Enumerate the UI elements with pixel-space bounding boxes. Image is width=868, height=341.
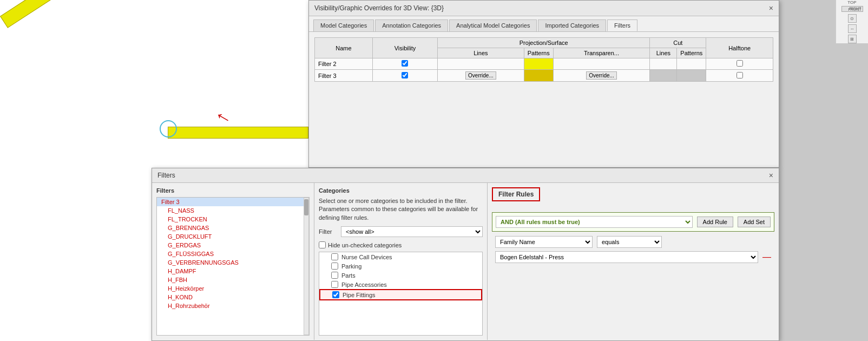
hide-unchecked-row: Hide un-checked categories [319,241,483,248]
filter3-transparency[interactable]: Override... [553,70,650,82]
tab-model-categories[interactable]: Model Categories [313,19,374,31]
filters-dialog-title: Filters [157,172,175,179]
cat-item-pipe-accessories: Pipe Accessories [319,280,482,289]
cat-item-nurse-call: Nurse Call Devices [319,252,482,261]
list-item[interactable]: FL_NASS [157,206,309,215]
vg-dialog-titlebar: Visibility/Graphic Overrides for 3D View… [309,1,779,16]
col-transparency: Transparen... [553,48,650,58]
list-item[interactable]: H_KOND [157,293,309,301]
tab-filters[interactable]: Filters [607,19,637,31]
list-item[interactable]: G_VERBRENNUNGSGAS [157,258,309,267]
col-lines: Lines [438,48,524,58]
filters-body: Filters Filter 3 FL_NASS FL_TROCKEN G_BR… [152,183,779,340]
filter2-cut-lines [650,58,677,70]
filters-list[interactable]: Filter 3 FL_NASS FL_TROCKEN G_BRENNGAS G… [156,197,310,336]
list-item[interactable]: FL_TROCKEN [157,215,309,224]
filter3-name: Filter 3 [315,70,373,82]
rule-value-row: Bogen Edelstahl - Press — [492,251,774,263]
parking-label: Parking [341,263,361,270]
categories-panel-label: Categories [319,187,483,194]
filter-row: Filter <show all> [319,226,483,237]
filters-left-panel: Filters Filter 3 FL_NASS FL_TROCKEN G_BR… [152,183,314,340]
col-projection-surface: Projection/Surface [438,38,650,48]
list-item[interactable]: G_FLÜSSIGGAS [157,250,309,258]
nurse-call-label: Nurse Call Devices [341,254,392,260]
hide-unchecked-label: Hide un-checked categories [328,242,402,248]
col-halftone: Halftone [706,38,773,58]
list-item[interactable]: H_Rohrzubehör [157,301,309,310]
nav-cube: TOP FRONT RIGHT ⊙ ↔ ⊞ [836,0,868,43]
rule-field-select[interactable]: Family Name [495,236,593,248]
filter-rules-panel: Filter Rules AND (All rules must be true… [488,183,779,340]
tab-annotation-categories[interactable]: Annotation Categories [375,19,448,31]
filter-dropdown[interactable]: <show all> [341,226,483,237]
filters-dialog: Filters × Filters Filter 3 FL_NASS FL_TR… [152,168,779,341]
tab-imported-categories[interactable]: Imported Categories [538,19,606,31]
table-row: Filter 2 [315,58,773,70]
parking-checkbox[interactable] [331,263,338,270]
filter2-cut-patterns [677,58,706,70]
filter2-patterns-color [524,58,553,70]
pipe-accessories-label: Pipe Accessories [341,281,387,288]
vg-table-area: Name Visibility Projection/Surface Cut H… [309,32,779,87]
col-cut: Cut [650,38,706,48]
add-rule-button[interactable]: Add Rule [697,217,733,227]
filter3-patterns-color [524,70,553,82]
col-cut-patterns: Patterns [677,48,706,58]
rule-operator-select[interactable]: equals [597,236,662,248]
col-patterns: Patterns [524,48,553,58]
delete-rule-button[interactable]: — [762,252,771,262]
pipe-fitting [160,120,177,137]
pipe-fittings-label: Pipe Fittings [343,292,376,298]
vg-dialog-tabs: Model Categories Annotation Categories A… [309,16,779,32]
filter-label: Filter [319,228,338,235]
list-item[interactable]: Filter 3 [157,198,309,206]
categories-list: Nurse Call Devices Parking Parts Pipe Ac… [319,252,483,336]
parts-checkbox[interactable] [331,272,338,279]
vg-dialog-title: Visibility/Graphic Overrides for 3D View… [314,4,444,12]
filter3-halftone[interactable] [706,70,773,82]
hide-unchecked-checkbox[interactable] [319,241,326,248]
cat-item-pipe-fittings: Pipe Fittings [319,289,482,300]
list-item[interactable]: G_DRUCKLUFT [157,232,309,241]
list-item[interactable]: H_Heizkörper [157,284,309,293]
pipe-fittings-checkbox[interactable] [332,291,339,298]
cat-item-parts: Parts [319,271,482,280]
col-cut-lines: Lines [650,48,677,58]
categories-description: Select one or more categories to be incl… [319,197,483,222]
col-visibility: Visibility [372,38,437,58]
pipe-accessories-checkbox[interactable] [331,281,338,288]
vg-table: Name Visibility Projection/Surface Cut H… [314,37,773,82]
filter2-visibility[interactable] [372,58,437,70]
and-select[interactable]: AND (All rules must be true) [496,216,693,228]
categories-panel: Categories Select one or more categories… [314,183,488,340]
list-item[interactable]: H_DAMPF [157,267,309,276]
cat-item-parking: Parking [319,261,482,271]
col-name: Name [315,38,373,58]
filter2-transparency [553,58,650,70]
filter3-lines[interactable]: Override... [438,70,524,82]
filter2-name: Filter 2 [315,58,373,70]
filter-rules-label: Filter Rules [492,187,540,201]
filter3-cut-lines [650,70,677,82]
vg-dialog: Visibility/Graphic Overrides for 3D View… [308,0,779,168]
filter2-lines [438,58,524,70]
tab-analytical-model-categories[interactable]: Analytical Model Categories [449,19,537,31]
filters-panel-label: Filters [156,187,310,194]
add-set-button[interactable]: Add Set [738,217,771,227]
nurse-call-checkbox[interactable] [331,253,338,260]
list-item[interactable]: G_ERDGAS [157,241,309,250]
filter2-halftone[interactable] [706,58,773,70]
and-rule-row: AND (All rules must be true) Add Rule Ad… [492,212,774,232]
vg-dialog-close-button[interactable]: × [769,4,773,12]
parts-label: Parts [341,272,356,279]
rule-condition-row: Family Name equals [492,236,774,248]
filter3-visibility[interactable] [372,70,437,82]
filters-dialog-close-button[interactable]: × [769,171,773,180]
list-item[interactable]: H_FBH [157,276,309,284]
table-row: Filter 3 Override... Override... [315,70,773,82]
filter3-cut-patterns [677,70,706,82]
filters-titlebar: Filters × [152,168,779,183]
list-item[interactable]: G_BRENNGAS [157,224,309,232]
rule-value-select[interactable]: Bogen Edelstahl - Press [495,251,758,263]
